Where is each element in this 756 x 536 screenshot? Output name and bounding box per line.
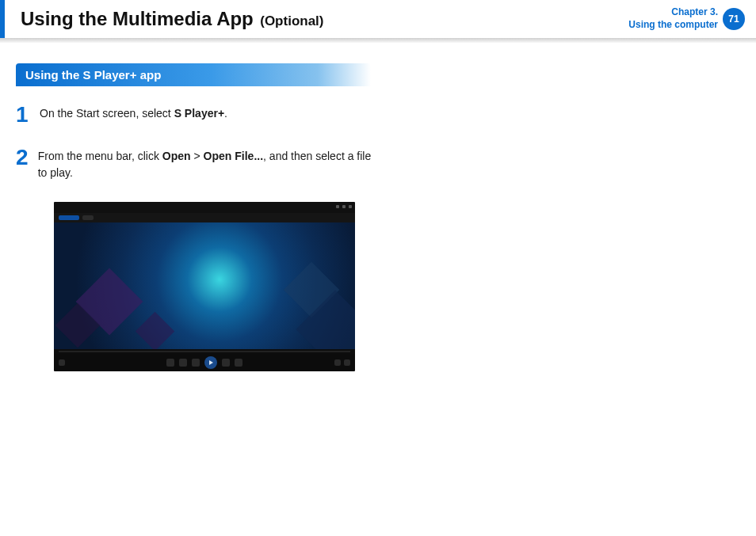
fullscreen-icon xyxy=(344,359,350,366)
chapter-line2: Using the computer xyxy=(628,19,718,32)
volume-icon xyxy=(334,359,341,366)
step1-post: . xyxy=(224,107,227,120)
player-menubar xyxy=(54,213,355,222)
header-right: Chapter 3. Using the computer 71 xyxy=(628,6,745,31)
content-column: Using the S Player+ app 1 On the Start s… xyxy=(0,63,396,371)
step2-pre: From the menu bar, click xyxy=(38,150,162,162)
controls-left-group xyxy=(59,359,65,366)
play-icon xyxy=(204,356,217,369)
next-icon xyxy=(235,359,242,367)
menu-pill xyxy=(59,215,79,220)
section-heading: Using the S Player+ app xyxy=(16,63,371,86)
page-header: Using the Multimedia App (Optional) Chap… xyxy=(0,0,756,38)
window-control-icon xyxy=(342,205,346,208)
header-divider xyxy=(0,38,756,43)
chapter-line1: Chapter 3. xyxy=(628,6,718,19)
page-title-optional: (Optional) xyxy=(260,13,323,29)
window-control-icon xyxy=(349,205,352,208)
step2-bold1: Open xyxy=(162,150,191,162)
menu-pill xyxy=(82,215,94,220)
player-viewport xyxy=(54,222,355,349)
controls-right-group xyxy=(334,359,350,366)
step-number: 1 xyxy=(16,104,40,126)
step2-mid: > xyxy=(191,150,204,162)
step2-bold2: Open File... xyxy=(204,150,263,162)
prev-icon xyxy=(166,359,174,367)
step-text: From the menu bar, click Open > Open Fil… xyxy=(38,146,380,181)
player-titlebar xyxy=(54,202,355,213)
chapter-label: Chapter 3. Using the computer xyxy=(628,6,718,31)
step-1: 1 On the Start screen, select S Player+. xyxy=(16,104,380,126)
stop-icon xyxy=(192,359,200,367)
page-number-badge: 71 xyxy=(723,8,745,30)
window-control-icon xyxy=(336,205,339,208)
step-2: 2 From the menu bar, click Open > Open F… xyxy=(16,146,380,181)
forward-icon xyxy=(222,359,230,367)
control-icon xyxy=(59,359,65,366)
graphic-shape xyxy=(136,312,174,349)
player-controls xyxy=(54,354,355,371)
media-player-screenshot xyxy=(54,202,355,371)
page-title: Using the Multimedia App xyxy=(21,8,254,29)
step1-pre: On the Start screen, select xyxy=(40,107,174,120)
step-number: 2 xyxy=(16,146,38,169)
rewind-icon xyxy=(179,359,187,367)
step-text: On the Start screen, select S Player+. xyxy=(40,104,227,122)
step1-bold: S Player+ xyxy=(174,107,224,120)
